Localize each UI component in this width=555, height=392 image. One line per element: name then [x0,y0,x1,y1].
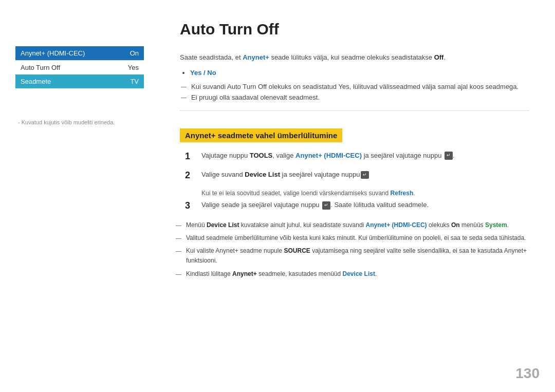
tools-bold: TOOLS [250,152,273,159]
device-list-bold3: Device List [343,270,375,277]
menu-item-seadmete[interactable]: Seadmete TV [15,74,144,88]
on-bold: On [451,221,460,229]
yes-no-bold: Yes / No [190,69,216,77]
step-1: 1 Vajutage nuppu TOOLS, valige Anynet+ (… [185,151,529,162]
step-2-num: 2 [185,170,194,181]
enter-icon-1: ↵ [445,152,453,160]
bottom-note-1: Menüü Device List kuvatakse ainult juhul… [180,220,529,230]
bottom-note-2: Valitud seadmele ümberlülitumine võib ke… [180,233,529,243]
main-content: Auto Turn Off Saate seadistada, et Anyne… [159,0,555,392]
auto-turn-off-bold: Auto Turn Off [227,83,267,90]
enter-icon-3: ↵ [322,201,330,210]
page-number: 130 [515,365,540,382]
menu-item-autoturnoff-value: Yes [128,64,139,71]
system-bold: System [485,221,507,229]
menu-container: Anynet+ (HDMI-CEC) On Auto Turn Off Yes … [15,46,144,88]
step-1-text: Vajutage nuppu TOOLS, valige Anynet+ (HD… [201,151,529,162]
enter-icon-2: ↵ [361,171,369,179]
dash-item-1: Kui suvandi Auto Turn Off olekuks on sea… [185,82,529,92]
dash-list: Kui suvandi Auto Turn Off olekuks on sea… [185,82,529,103]
step-2-subnote: Kui te ei leia soovitud seadet, valige l… [201,189,529,198]
menu-item-anynet-value: On [130,49,139,57]
bottom-note-4: Kindlasti lülitage Anynet+ seadmele, kas… [180,269,529,279]
anynet-bold2: Anynet+ [232,270,257,277]
step-2-text: Valige suvand Device List ja seejärel va… [201,170,529,181]
bottom-notes: Menüü Device List kuvatakse ainult juhul… [180,220,529,279]
yes-bold: Yes [338,83,349,90]
menu-item-anynet-label: Anynet+ (HDMI-CEC) [21,49,85,57]
menu-item-autoturnoff-label: Auto Turn Off [21,64,60,71]
numbered-list: 1 Vajutage nuppu TOOLS, valige Anynet+ (… [185,151,529,212]
step-3: 3 Valige seade ja seejärel vajutage nupp… [185,200,529,212]
dash-item-2: Ei pruugi olla saadaval olenevalt seadme… [185,92,529,103]
bullet-list: Yes / No [190,68,529,78]
sidebar: Anynet+ (HDMI-CEC) On Auto Turn Off Yes … [0,0,159,392]
anynet-bold: Anynet+ [243,53,269,61]
sidebar-note: Kuvatud kujutis võib mudeliti erineda. [15,119,149,125]
off-bold: Off [434,53,444,61]
step-3-text: Valige seade ja seejärel vajutage nuppu … [201,200,529,212]
source-bold: SOURCE [284,247,310,254]
device-list-bold: Device List [245,171,280,178]
menu-item-anynet[interactable]: Anynet+ (HDMI-CEC) On [15,46,144,60]
section-heading: Anynet+ seadmete vahel ümberlülitumine [180,128,342,142]
divider [180,110,529,111]
anynet-cec-bold2: Anynet+ (HDMI-CEC) [366,221,427,229]
menu-item-seadmete-label: Seadmete [21,78,51,85]
page-title: Auto Turn Off [180,21,529,38]
menu-item-autoturnoff[interactable]: Auto Turn Off Yes [15,60,144,74]
device-list-bold2: Device List [207,221,239,229]
step-1-num: 1 [185,151,194,162]
step-3-num: 3 [185,200,194,212]
refresh-bold: Refresh [391,190,414,197]
bottom-note-3: Kui valiste Anynet+ seadme nupule SOURCE… [180,246,529,266]
intro-text: Saate seadistada, et Anynet+ seade lülit… [180,52,529,63]
step-2: 2 Valige suvand Device List ja seejärel … [185,170,529,181]
menu-item-seadmete-value: TV [130,78,139,85]
page: Anynet+ (HDMI-CEC) On Auto Turn Off Yes … [0,0,555,392]
anynet-hdmi-bold: Anynet+ (HDMI-CEC) [295,152,362,159]
bullet-item: Yes / No [190,68,529,78]
